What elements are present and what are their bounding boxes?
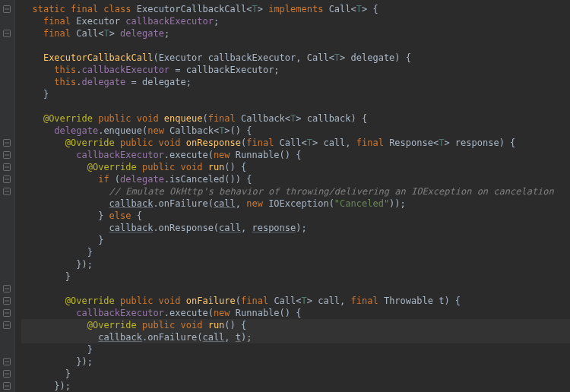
token-gen: T <box>252 4 257 14</box>
fold-marker-icon[interactable] <box>3 321 11 329</box>
code-line[interactable]: static final class ExecutorCallbackCall<… <box>21 3 570 15</box>
code-editor[interactable]: static final class ExecutorCallbackCall<… <box>0 0 570 392</box>
token-type: Response <box>389 138 433 148</box>
fold-marker-icon[interactable] <box>3 370 11 378</box>
fold-marker-icon[interactable] <box>3 163 11 171</box>
token-field: callbackExecutor <box>76 308 164 318</box>
gutter-line <box>0 76 14 88</box>
gutter-line <box>0 343 14 356</box>
token-kw: if <box>98 174 115 185</box>
code-line[interactable] <box>21 100 570 112</box>
token-gen: T <box>307 138 312 148</box>
gutter-line <box>0 331 14 343</box>
code-line[interactable]: @Override public void onResponse(final C… <box>21 137 570 149</box>
code-line[interactable]: } <box>21 88 570 100</box>
token-field: callbackExecutor <box>76 150 164 160</box>
token-outer: response <box>252 223 296 233</box>
gutter-line <box>0 246 14 258</box>
code-line[interactable] <box>21 283 570 295</box>
token-outer: callback <box>109 223 154 233</box>
code-line[interactable]: } <box>21 343 570 356</box>
token-type: Call <box>280 138 302 148</box>
code-line[interactable]: callback.onResponse(call, response); <box>21 222 570 234</box>
token-fn: run <box>208 162 225 172</box>
gutter-line <box>0 52 14 64</box>
token-ann: @Override <box>87 162 142 172</box>
token-ann: @Override <box>65 138 120 148</box>
token-kw: static final class <box>32 4 136 14</box>
fold-marker-icon[interactable] <box>3 175 11 183</box>
token-type: Runnable <box>236 308 280 318</box>
code-line[interactable]: } <box>21 270 570 283</box>
code-line[interactable]: } <box>21 234 570 246</box>
code-line[interactable] <box>21 40 570 52</box>
token-gen: T <box>219 125 224 136</box>
gutter-line <box>0 295 14 307</box>
code-line[interactable]: @Override public void run() { <box>21 319 570 331</box>
fold-marker-icon[interactable] <box>3 309 11 317</box>
code-line[interactable]: this.delegate = delegate; <box>21 76 570 88</box>
code-line[interactable]: }); <box>21 258 570 270</box>
code-line[interactable]: if (delegate.isCanceled()) { <box>21 173 570 185</box>
token-fn: run <box>208 320 225 330</box>
token-type: ExecutorCallbackCall <box>137 4 247 14</box>
gutter-line <box>0 15 14 27</box>
fold-marker-icon[interactable] <box>3 139 11 147</box>
fold-marker-icon[interactable] <box>3 151 11 159</box>
code-line[interactable]: final Call<T> delegate; <box>21 27 570 40</box>
code-line[interactable]: }); <box>21 380 570 392</box>
code-line[interactable]: } <box>21 368 570 380</box>
token-type: Throwable <box>384 296 439 306</box>
token-field: delegate <box>54 125 98 136</box>
token-kw: final <box>356 138 389 148</box>
token-kw: new <box>147 125 169 136</box>
fold-marker-icon[interactable] <box>3 188 11 195</box>
token-type: Callback <box>241 113 285 124</box>
code-line[interactable]: callback.onFailure(call, t); <box>21 331 570 343</box>
token-kw: final <box>246 138 279 148</box>
gutter-line <box>0 283 14 295</box>
token-outer: call <box>219 223 241 233</box>
token-kw: final <box>43 28 76 39</box>
fold-marker-icon[interactable] <box>3 285 11 292</box>
token-kw: new <box>246 198 268 209</box>
token-fn: onFailure <box>186 296 236 306</box>
token-kw: implements <box>268 4 328 14</box>
code-line[interactable]: // Emulate OkHttp's behavior of throwing… <box>21 185 570 198</box>
fold-marker-icon[interactable] <box>3 358 11 365</box>
code-line[interactable]: }); <box>21 356 570 368</box>
code-line[interactable]: final Executor callbackExecutor; <box>21 15 570 27</box>
gutter-line <box>0 100 14 112</box>
fold-marker-icon[interactable] <box>3 297 11 305</box>
code-area[interactable]: static final class ExecutorCallbackCall<… <box>15 0 570 392</box>
token-gen: T <box>356 4 362 14</box>
code-line[interactable]: @Override public void run() { <box>21 161 570 173</box>
fold-marker-icon[interactable] <box>3 382 11 390</box>
code-line[interactable]: callbackExecutor.execute(new Runnable() … <box>21 149 570 161</box>
code-line[interactable]: } <box>21 246 570 258</box>
token-field: delegate <box>120 174 164 185</box>
code-line[interactable]: } else { <box>21 210 570 222</box>
token-kw: new <box>214 308 236 318</box>
token-type: Callback <box>169 125 214 136</box>
token-gen: T <box>334 52 340 63</box>
gutter-line <box>0 258 14 270</box>
gutter-line <box>0 173 14 185</box>
code-line[interactable]: @Override public void enqueue(final Call… <box>21 112 570 125</box>
token-kw: this <box>54 65 76 75</box>
code-line[interactable]: @Override public void onFailure(final Ca… <box>21 295 570 307</box>
token-field: callbackExecutor <box>125 16 214 27</box>
code-line[interactable]: delegate.enqueue(new Callback<T>() { <box>21 125 570 137</box>
code-line[interactable]: callbackExecutor.execute(new Runnable() … <box>21 307 570 319</box>
code-line[interactable]: ExecutorCallbackCall(Executor callbackEx… <box>21 52 570 64</box>
token-type: Call <box>76 28 98 39</box>
code-line[interactable]: this.callbackExecutor = callbackExecutor… <box>21 64 570 76</box>
code-line[interactable]: callback.onFailure(call, new IOException… <box>21 198 570 210</box>
token-fn: ExecutorCallbackCall <box>43 52 154 63</box>
token-type: Executor <box>159 52 208 63</box>
gutter-line <box>0 40 14 52</box>
fold-marker-icon[interactable] <box>3 30 11 37</box>
token-gen: T <box>103 28 109 39</box>
gutter-line <box>0 161 14 173</box>
fold-marker-icon[interactable] <box>3 5 11 13</box>
